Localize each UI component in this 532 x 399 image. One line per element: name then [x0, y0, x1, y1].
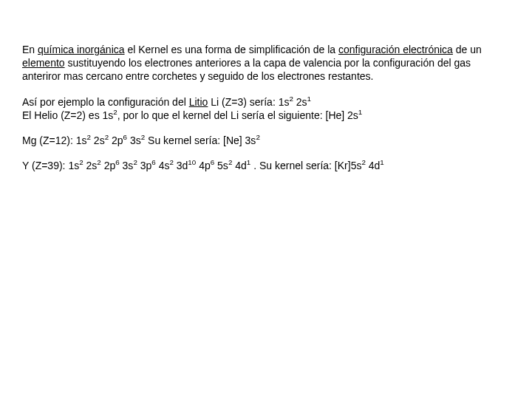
text: . Su kernel sería: [Kr]5s: [250, 160, 361, 171]
link-litio[interactable]: Litio: [189, 96, 208, 108]
text: 2p: [101, 160, 115, 171]
text: 5s: [214, 160, 228, 171]
superscript: 1: [358, 108, 362, 116]
text: el Kernel es una forma de simplificación…: [125, 44, 338, 55]
text: 3p: [137, 160, 151, 171]
text: 4d: [366, 160, 380, 171]
text: 3s: [127, 134, 141, 146]
text: sustituyendo los electrones anteriores a…: [22, 57, 471, 82]
text: El Helio (Z=2) es 1s: [22, 109, 113, 121]
text: Así por ejemplo la configuración del: [22, 96, 189, 108]
text: 4s: [156, 160, 170, 171]
text: , por lo que el kernel del Li sería el s…: [117, 109, 358, 121]
superscript: 1: [380, 158, 383, 166]
text: 2s: [293, 96, 307, 108]
link-configuracion-electronica[interactable]: configuración electrónica: [338, 44, 453, 55]
text: 4d: [232, 160, 246, 171]
paragraph-mg: Mg (Z=12): 1s2 2s2 2p6 3s2 Su kernel ser…: [22, 134, 510, 147]
superscript: 1: [307, 95, 311, 103]
paragraph-y: Y (Z=39): 1s2 2s2 2p6 3s2 3p6 4s2 3d10 4…: [22, 159, 510, 172]
link-elemento[interactable]: elemento: [22, 57, 65, 69]
text: 3d: [174, 160, 188, 171]
text: En: [22, 44, 38, 55]
paragraph-litio: Así por ejemplo la configuración del Lit…: [22, 95, 510, 122]
text: 2p: [109, 134, 123, 146]
text: Mg (Z=12): 1s: [22, 134, 87, 146]
superscript: 10: [188, 158, 196, 166]
text: Su kernel sería: [Ne] 3s: [145, 134, 256, 146]
text: Li (Z=3) sería: 1s: [208, 96, 289, 108]
link-quimica-inorganica[interactable]: química inorgánica: [38, 44, 125, 55]
paragraph-intro: En química inorgánica el Kernel es una f…: [22, 43, 510, 83]
text: 3s: [120, 160, 134, 171]
text: 4p: [196, 160, 210, 171]
text: de un: [453, 44, 482, 55]
text: Y (Z=39): 1s: [22, 160, 79, 171]
text: 2s: [83, 160, 98, 171]
text: 2s: [91, 134, 105, 146]
superscript: 2: [256, 133, 259, 141]
slide-content: En química inorgánica el Kernel es una f…: [0, 0, 532, 172]
